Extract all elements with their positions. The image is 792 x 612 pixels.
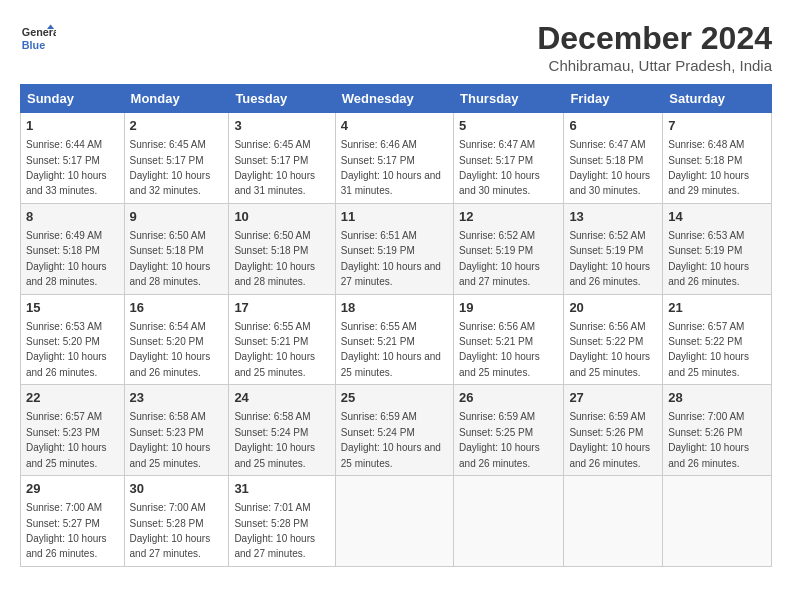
day-sunset: Sunset: 5:17 PM: [130, 155, 204, 166]
day-sunset: Sunset: 5:17 PM: [234, 155, 308, 166]
calendar-title: December 2024: [537, 20, 772, 57]
day-sunrise: Sunrise: 6:55 AM: [234, 321, 310, 332]
day-number: 8: [26, 208, 119, 226]
table-row: 6 Sunrise: 6:47 AM Sunset: 5:18 PM Dayli…: [564, 113, 663, 204]
col-tuesday: Tuesday: [229, 85, 335, 113]
day-sunrise: Sunrise: 6:47 AM: [569, 139, 645, 150]
table-row: 16 Sunrise: 6:54 AM Sunset: 5:20 PM Dayl…: [124, 294, 229, 385]
day-sunrise: Sunrise: 6:55 AM: [341, 321, 417, 332]
day-number: 15: [26, 299, 119, 317]
calendar-subtitle: Chhibramau, Uttar Pradesh, India: [537, 57, 772, 74]
day-number: 13: [569, 208, 657, 226]
day-sunrise: Sunrise: 6:56 AM: [569, 321, 645, 332]
table-row: 1 Sunrise: 6:44 AM Sunset: 5:17 PM Dayli…: [21, 113, 125, 204]
generalblue-logo-icon: General Blue: [20, 20, 56, 56]
day-number: 19: [459, 299, 558, 317]
day-sunrise: Sunrise: 6:52 AM: [569, 230, 645, 241]
col-saturday: Saturday: [663, 85, 772, 113]
col-wednesday: Wednesday: [335, 85, 453, 113]
day-sunset: Sunset: 5:27 PM: [26, 518, 100, 529]
day-sunset: Sunset: 5:21 PM: [459, 336, 533, 347]
day-sunset: Sunset: 5:21 PM: [341, 336, 415, 347]
day-sunrise: Sunrise: 6:46 AM: [341, 139, 417, 150]
table-row: 24 Sunrise: 6:58 AM Sunset: 5:24 PM Dayl…: [229, 385, 335, 476]
day-daylight-label: Daylight: 10 hours and 27 minutes.: [459, 261, 540, 287]
day-sunrise: Sunrise: 6:45 AM: [234, 139, 310, 150]
day-number: 4: [341, 117, 448, 135]
day-sunset: Sunset: 5:19 PM: [459, 245, 533, 256]
day-sunrise: Sunrise: 6:57 AM: [26, 411, 102, 422]
table-row: 25 Sunrise: 6:59 AM Sunset: 5:24 PM Dayl…: [335, 385, 453, 476]
day-sunrise: Sunrise: 6:48 AM: [668, 139, 744, 150]
day-number: 31: [234, 480, 329, 498]
table-row: 19 Sunrise: 6:56 AM Sunset: 5:21 PM Dayl…: [454, 294, 564, 385]
day-number: 1: [26, 117, 119, 135]
day-sunset: Sunset: 5:18 PM: [569, 155, 643, 166]
day-number: 30: [130, 480, 224, 498]
day-sunrise: Sunrise: 6:54 AM: [130, 321, 206, 332]
day-sunrise: Sunrise: 6:44 AM: [26, 139, 102, 150]
table-row: 4 Sunrise: 6:46 AM Sunset: 5:17 PM Dayli…: [335, 113, 453, 204]
day-daylight-label: Daylight: 10 hours and 25 minutes.: [341, 442, 441, 468]
day-sunrise: Sunrise: 6:56 AM: [459, 321, 535, 332]
day-sunrise: Sunrise: 6:59 AM: [459, 411, 535, 422]
day-daylight-label: Daylight: 10 hours and 27 minutes.: [130, 533, 211, 559]
day-sunrise: Sunrise: 7:01 AM: [234, 502, 310, 513]
table-row: [564, 476, 663, 567]
day-number: 6: [569, 117, 657, 135]
table-row: 30 Sunrise: 7:00 AM Sunset: 5:28 PM Dayl…: [124, 476, 229, 567]
day-sunset: Sunset: 5:20 PM: [130, 336, 204, 347]
calendar-week-row: 29 Sunrise: 7:00 AM Sunset: 5:27 PM Dayl…: [21, 476, 772, 567]
table-row: 14 Sunrise: 6:53 AM Sunset: 5:19 PM Dayl…: [663, 203, 772, 294]
day-daylight-label: Daylight: 10 hours and 27 minutes.: [341, 261, 441, 287]
table-row: 27 Sunrise: 6:59 AM Sunset: 5:26 PM Dayl…: [564, 385, 663, 476]
day-sunrise: Sunrise: 7:00 AM: [26, 502, 102, 513]
day-sunrise: Sunrise: 6:57 AM: [668, 321, 744, 332]
day-sunrise: Sunrise: 6:59 AM: [341, 411, 417, 422]
day-daylight-label: Daylight: 10 hours and 30 minutes.: [569, 170, 650, 196]
table-row: 23 Sunrise: 6:58 AM Sunset: 5:23 PM Dayl…: [124, 385, 229, 476]
day-number: 26: [459, 389, 558, 407]
day-sunset: Sunset: 5:17 PM: [459, 155, 533, 166]
day-sunset: Sunset: 5:24 PM: [234, 427, 308, 438]
day-daylight-label: Daylight: 10 hours and 25 minutes.: [234, 351, 315, 377]
day-sunrise: Sunrise: 6:45 AM: [130, 139, 206, 150]
day-daylight-label: Daylight: 10 hours and 26 minutes.: [26, 351, 107, 377]
day-sunset: Sunset: 5:18 PM: [668, 155, 742, 166]
day-daylight-label: Daylight: 10 hours and 27 minutes.: [234, 533, 315, 559]
day-number: 3: [234, 117, 329, 135]
day-sunrise: Sunrise: 7:00 AM: [130, 502, 206, 513]
table-row: 28 Sunrise: 7:00 AM Sunset: 5:26 PM Dayl…: [663, 385, 772, 476]
table-row: [335, 476, 453, 567]
day-sunrise: Sunrise: 7:00 AM: [668, 411, 744, 422]
day-sunrise: Sunrise: 6:53 AM: [26, 321, 102, 332]
table-row: 5 Sunrise: 6:47 AM Sunset: 5:17 PM Dayli…: [454, 113, 564, 204]
day-sunrise: Sunrise: 6:58 AM: [234, 411, 310, 422]
calendar-week-row: 22 Sunrise: 6:57 AM Sunset: 5:23 PM Dayl…: [21, 385, 772, 476]
day-sunset: Sunset: 5:22 PM: [569, 336, 643, 347]
col-monday: Monday: [124, 85, 229, 113]
day-sunset: Sunset: 5:23 PM: [130, 427, 204, 438]
day-daylight-label: Daylight: 10 hours and 31 minutes.: [234, 170, 315, 196]
day-number: 28: [668, 389, 766, 407]
table-row: 22 Sunrise: 6:57 AM Sunset: 5:23 PM Dayl…: [21, 385, 125, 476]
calendar-week-row: 15 Sunrise: 6:53 AM Sunset: 5:20 PM Dayl…: [21, 294, 772, 385]
day-daylight-label: Daylight: 10 hours and 30 minutes.: [459, 170, 540, 196]
day-daylight-label: Daylight: 10 hours and 25 minutes.: [668, 351, 749, 377]
day-sunrise: Sunrise: 6:49 AM: [26, 230, 102, 241]
day-sunset: Sunset: 5:17 PM: [341, 155, 415, 166]
day-number: 27: [569, 389, 657, 407]
day-sunset: Sunset: 5:19 PM: [569, 245, 643, 256]
day-sunrise: Sunrise: 6:47 AM: [459, 139, 535, 150]
day-number: 24: [234, 389, 329, 407]
table-row: 18 Sunrise: 6:55 AM Sunset: 5:21 PM Dayl…: [335, 294, 453, 385]
col-friday: Friday: [564, 85, 663, 113]
day-number: 7: [668, 117, 766, 135]
day-number: 2: [130, 117, 224, 135]
day-sunset: Sunset: 5:18 PM: [234, 245, 308, 256]
table-row: 9 Sunrise: 6:50 AM Sunset: 5:18 PM Dayli…: [124, 203, 229, 294]
day-sunrise: Sunrise: 6:53 AM: [668, 230, 744, 241]
day-sunset: Sunset: 5:19 PM: [341, 245, 415, 256]
day-daylight-label: Daylight: 10 hours and 32 minutes.: [130, 170, 211, 196]
day-sunrise: Sunrise: 6:50 AM: [130, 230, 206, 241]
